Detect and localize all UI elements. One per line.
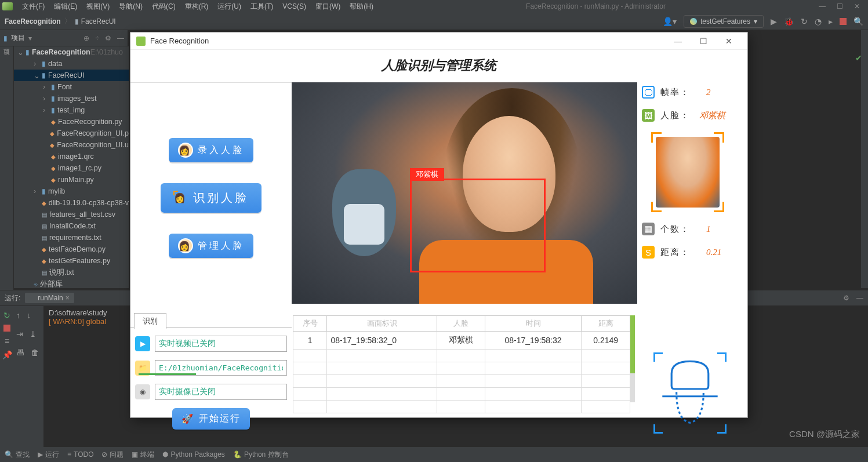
tree-item[interactable]: ◆image1.qrc bbox=[14, 151, 129, 162]
project-settings-icon[interactable]: ⚙ bbox=[105, 34, 111, 42]
dialog-minimize-icon[interactable]: — bbox=[665, 37, 691, 46]
dialog-close-icon[interactable]: ✕ bbox=[716, 37, 742, 46]
menu-run[interactable]: 运行(U) bbox=[213, 2, 246, 12]
tree-item[interactable]: ▤features_all_test.csv bbox=[14, 209, 129, 220]
tree-item[interactable]: ◆testFaceDemo.py bbox=[14, 243, 129, 255]
path-field[interactable] bbox=[155, 360, 287, 376]
breadcrumb-toolbar: FaceRecognition 〉 ▮ FaceRecUI 👤▾ testGet… bbox=[0, 13, 868, 30]
menu-code[interactable]: 代码(C) bbox=[147, 2, 180, 12]
menu-view[interactable]: 视图(V) bbox=[82, 2, 114, 12]
tree-item[interactable]: ▤requirements.txt bbox=[14, 232, 129, 243]
table-header[interactable]: 序号 bbox=[293, 316, 327, 332]
attach-icon[interactable]: ▸ bbox=[829, 17, 833, 26]
rerun-icon[interactable]: ↻ bbox=[0, 311, 14, 320]
project-dropdown-icon[interactable]: ▾ bbox=[28, 34, 32, 42]
tree-item[interactable]: ◆dlib-19.19.0-cp38-cp38-v bbox=[14, 197, 129, 209]
breadcrumb-project[interactable]: FaceRecognition bbox=[5, 17, 61, 26]
window-minimize-icon[interactable]: — bbox=[813, 2, 831, 10]
wrap-icon[interactable]: ⇥ bbox=[16, 329, 23, 339]
tree-item[interactable]: ▤InatallCode.txt bbox=[14, 220, 129, 232]
debug-button-icon[interactable]: 🐞 bbox=[784, 17, 794, 26]
tree-item[interactable]: ◆image1_rc.py bbox=[14, 162, 129, 174]
bottom-todo[interactable]: ≡ TODO bbox=[67, 450, 93, 459]
stop-button-icon[interactable] bbox=[840, 18, 847, 25]
table-header[interactable]: 画面标识 bbox=[327, 316, 437, 332]
bottom-find[interactable]: 🔍 查找 bbox=[5, 450, 30, 460]
video-status-field[interactable] bbox=[155, 336, 287, 352]
inspection-ok-icon[interactable]: ✔ bbox=[855, 53, 862, 63]
project-hide-icon[interactable]: — bbox=[117, 34, 124, 42]
run-tab-name[interactable]: runMain bbox=[38, 294, 63, 302]
menu-vcs[interactable]: VCS(S) bbox=[278, 2, 311, 10]
window-close-icon[interactable]: ✕ bbox=[848, 2, 866, 10]
pause-icon[interactable]: ≡ bbox=[0, 336, 14, 345]
bottom-pypkg[interactable]: ⬢ Python Packages bbox=[162, 450, 224, 459]
tree-item[interactable]: ›▮test_img bbox=[14, 104, 129, 116]
menu-file[interactable]: 文件(F) bbox=[17, 2, 49, 12]
window-title: FaceRecognition - runMain.py - Administr… bbox=[378, 2, 813, 10]
camera-status-field[interactable] bbox=[155, 384, 287, 400]
folder-open-icon[interactable]: 📁 bbox=[135, 361, 150, 376]
recognize-face-button[interactable]: 👩 识别人脸 bbox=[161, 183, 262, 213]
user-dropdown-icon[interactable]: 👤▾ bbox=[663, 17, 677, 26]
coverage-icon[interactable]: ↻ bbox=[801, 17, 808, 26]
run-button-icon[interactable]: ▶ bbox=[771, 17, 777, 26]
menu-nav[interactable]: 导航(N) bbox=[114, 2, 147, 12]
window-maximize-icon[interactable]: ☐ bbox=[831, 2, 848, 10]
menu-window[interactable]: 窗口(W) bbox=[311, 2, 345, 12]
tree-item[interactable]: ⟐外部库 bbox=[14, 278, 129, 288]
recognition-tab[interactable]: 识别 bbox=[134, 313, 166, 329]
results-table[interactable]: 序号画面标识人脸时间距离 108-17_19:58:32_0邓紫棋08-17_1… bbox=[293, 315, 630, 413]
project-tree[interactable]: ⌄▮FaceRecognition E:\01zhuo›▮data⌄▮FaceR… bbox=[14, 46, 129, 288]
start-run-button[interactable]: 🚀 开始运行 bbox=[172, 408, 250, 430]
down-icon[interactable]: ↓ bbox=[27, 311, 31, 320]
tree-item[interactable]: ›▮images_test bbox=[14, 93, 129, 104]
tree-item[interactable]: ›▮data bbox=[14, 58, 129, 70]
table-header[interactable]: 距离 bbox=[582, 316, 630, 332]
bottom-pyconsole[interactable]: 🐍 Python 控制台 bbox=[233, 450, 289, 460]
tree-item[interactable]: ◆FaceRecognition.py bbox=[14, 116, 129, 128]
print-icon[interactable]: 🖶 bbox=[16, 348, 24, 357]
camera-icon[interactable]: ◉ bbox=[135, 384, 150, 399]
bottom-problems[interactable]: ⊘ 问题 bbox=[101, 450, 124, 460]
breadcrumb-folder[interactable]: FaceRecUI bbox=[81, 17, 116, 26]
play-icon[interactable]: ▶ bbox=[135, 336, 150, 351]
menu-refactor[interactable]: 重构(R) bbox=[180, 2, 213, 12]
up-icon[interactable]: ↑ bbox=[16, 311, 20, 320]
tree-item[interactable]: ⌄▮FaceRecUI bbox=[14, 70, 129, 81]
tree-item[interactable]: ›▮Font bbox=[14, 81, 129, 93]
profile-icon[interactable]: ◔ bbox=[815, 17, 822, 26]
tree-root[interactable]: ⌄▮FaceRecognition E:\01zhuo bbox=[14, 46, 129, 58]
run-settings-icon[interactable]: ⚙ bbox=[843, 294, 849, 302]
tree-item[interactable]: ◆FaceRecognition_UI.p bbox=[14, 128, 129, 139]
menu-help[interactable]: 帮助(H) bbox=[345, 2, 378, 12]
search-everywhere-icon[interactable]: 🔍 bbox=[854, 17, 863, 26]
face-name-value: 邓紫棋 bbox=[699, 110, 725, 121]
tree-item[interactable]: ◆runMain.py bbox=[14, 174, 129, 185]
table-header[interactable]: 人脸 bbox=[437, 316, 485, 332]
tree-item[interactable]: ›▮mylib bbox=[14, 185, 129, 197]
run-hide-icon[interactable]: — bbox=[856, 294, 863, 302]
clear-icon[interactable]: 🗑 bbox=[31, 348, 39, 357]
close-run-tab-icon[interactable]: × bbox=[66, 294, 70, 302]
bottom-run[interactable]: ▶ 运行 bbox=[38, 450, 59, 460]
bottom-terminal[interactable]: ▣ 终端 bbox=[132, 450, 154, 460]
manage-face-button[interactable]: 👩 管理人脸 bbox=[169, 234, 253, 258]
table-header[interactable]: 时间 bbox=[485, 316, 582, 332]
table-row[interactable]: 108-17_19:58:32_0邓紫棋08-17_19:58:320.2149 bbox=[293, 332, 630, 350]
dialog-titlebar[interactable]: Face Recognition — ☐ ✕ bbox=[130, 32, 747, 50]
project-expand-icon[interactable]: ÷ bbox=[95, 34, 99, 42]
tree-item[interactable]: ▤说明.txt bbox=[14, 267, 129, 278]
enroll-face-button[interactable]: 👩 录入人脸 bbox=[169, 138, 253, 162]
table-scrollbar[interactable] bbox=[630, 315, 635, 402]
menu-tools[interactable]: 工具(T) bbox=[246, 2, 278, 12]
pin-icon[interactable]: 📌 bbox=[0, 350, 14, 359]
scroll-icon[interactable]: ⤓ bbox=[30, 329, 37, 339]
tree-item[interactable]: ◆FaceRecognition_UI.u bbox=[14, 139, 129, 151]
menu-edit[interactable]: 编辑(E) bbox=[49, 2, 82, 12]
run-config-selector[interactable]: testGetFeatures ▾ bbox=[684, 15, 764, 28]
project-collapse-icon[interactable]: ⊕ bbox=[83, 34, 89, 42]
dialog-maximize-icon[interactable]: ☐ bbox=[691, 37, 716, 46]
tree-item[interactable]: ◆testGetFeatures.py bbox=[14, 255, 129, 267]
stop-run-icon[interactable] bbox=[3, 325, 10, 332]
